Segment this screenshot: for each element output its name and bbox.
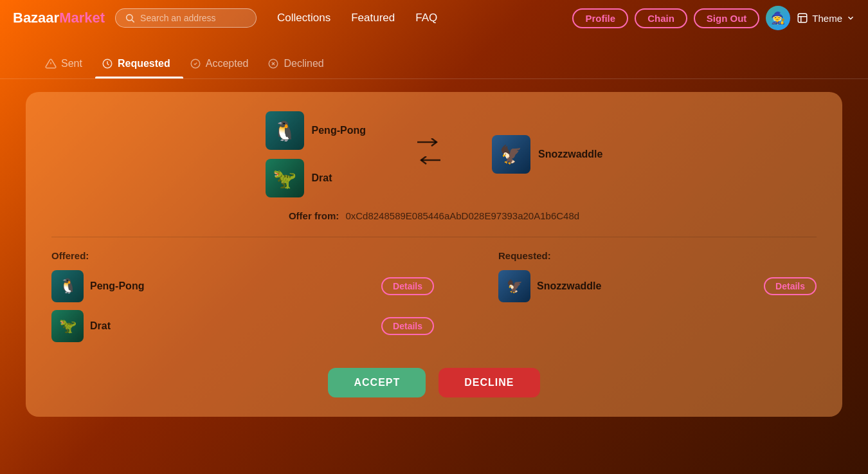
logo-bazaar: Bazaar bbox=[13, 10, 59, 26]
sign-out-button[interactable]: Sign Out bbox=[694, 8, 760, 28]
offered-peng-pong-name: Peng-Pong bbox=[90, 280, 144, 292]
arrow-left-icon bbox=[417, 156, 440, 170]
avatar[interactable]: 🧙 bbox=[766, 6, 790, 30]
requested-snozzwaddle-name: Snozzwaddle bbox=[537, 280, 601, 292]
offered-drat-name: Drat bbox=[90, 320, 111, 332]
profile-button[interactable]: Profile bbox=[572, 8, 628, 28]
search-input[interactable] bbox=[140, 13, 237, 23]
nft-thumb-snozzwaddle: 🦅 bbox=[492, 135, 530, 174]
nav-buttons: Profile Chain Sign Out 🧙 Theme bbox=[572, 6, 855, 30]
chevron-down-icon bbox=[846, 14, 855, 23]
nft-name-snozzwaddle: Snozzwaddle bbox=[538, 149, 602, 160]
requested-label: Requested: bbox=[434, 250, 817, 261]
chain-button[interactable]: Chain bbox=[635, 8, 687, 28]
logo: BazaarMarket bbox=[13, 10, 105, 26]
offer-address: 0xCd8248589E085446aAbD028E97393a20A1b6C4… bbox=[345, 210, 579, 221]
nav-faq[interactable]: FAQ bbox=[415, 12, 437, 24]
trade-bottom: Offered: 🐧 Peng-Pong Details 🦖 Drat Deta… bbox=[51, 250, 817, 350]
clock-circle-icon bbox=[102, 58, 113, 69]
swap-arrows bbox=[417, 138, 440, 170]
tabs-bar: Sent Requested Accepted Declined bbox=[0, 36, 868, 79]
tab-requested-label: Requested bbox=[118, 58, 170, 69]
tab-requested[interactable]: Requested bbox=[95, 51, 183, 78]
tab-sent-label: Sent bbox=[61, 58, 82, 69]
theme-icon bbox=[797, 12, 808, 24]
svg-point-0 bbox=[127, 15, 132, 21]
trade-top: 🐧 Peng-Pong 🦖 Drat bbox=[51, 111, 817, 197]
tab-accepted[interactable]: Accepted bbox=[183, 51, 262, 78]
nav-featured[interactable]: Featured bbox=[351, 12, 395, 24]
nft-thumb-drat: 🦖 bbox=[266, 159, 304, 197]
tab-accepted-label: Accepted bbox=[206, 58, 249, 69]
accept-button[interactable]: ACCEPT bbox=[328, 368, 426, 397]
svg-line-1 bbox=[132, 20, 134, 23]
logo-market: Market bbox=[59, 10, 105, 26]
trade-requested-side: Requested: 🦅 Snozzwaddle Details bbox=[434, 250, 817, 350]
details-button-drat[interactable]: Details bbox=[381, 317, 434, 335]
tab-sent[interactable]: Sent bbox=[39, 51, 95, 78]
action-buttons: ACCEPT DECLINE bbox=[51, 368, 817, 397]
svg-rect-2 bbox=[799, 14, 808, 23]
nft-thumb-sm-peng-pong: 🐧 bbox=[51, 270, 84, 302]
nft-thumb-sm-drat: 🦖 bbox=[51, 310, 84, 342]
nft-name-drat: Drat bbox=[312, 172, 332, 184]
nav-links: Collections Featured FAQ bbox=[277, 12, 437, 24]
trade-offered-side: Offered: 🐧 Peng-Pong Details 🦖 Drat Deta… bbox=[51, 250, 434, 350]
nav-collections[interactable]: Collections bbox=[277, 12, 330, 24]
requested-item-snozzwaddle: 🦅 Snozzwaddle Details bbox=[434, 270, 817, 302]
offer-from-label: Offer from: bbox=[289, 210, 339, 221]
arrow-right-icon bbox=[417, 138, 440, 152]
offered-item-drat: 🦖 Drat Details bbox=[51, 310, 434, 342]
nft-thumb-sm-snozzwaddle: 🦅 bbox=[498, 270, 530, 302]
offered-item-peng-pong: 🐧 Peng-Pong Details bbox=[51, 270, 434, 302]
trade-container: 🐧 Peng-Pong 🦖 Drat bbox=[26, 92, 842, 417]
decline-button[interactable]: DECLINE bbox=[439, 368, 539, 397]
trade-right-item: 🦅 Snozzwaddle bbox=[492, 135, 602, 174]
x-circle-icon bbox=[267, 58, 279, 69]
tab-declined-label: Declined bbox=[284, 58, 323, 69]
theme-label: Theme bbox=[812, 13, 842, 24]
navbar: BazaarMarket Collections Featured FAQ Pr… bbox=[0, 0, 868, 36]
details-button-peng-pong[interactable]: Details bbox=[381, 277, 434, 295]
divider bbox=[51, 237, 817, 237]
offered-label: Offered: bbox=[51, 250, 434, 261]
theme-button[interactable]: Theme bbox=[797, 12, 855, 24]
offer-from: Offer from: 0xCd8248589E085446aAbD028E97… bbox=[51, 210, 817, 221]
trade-item-peng-pong: 🐧 Peng-Pong bbox=[266, 111, 366, 150]
trade-left-items: 🐧 Peng-Pong 🦖 Drat bbox=[266, 111, 366, 197]
details-button-snozzwaddle[interactable]: Details bbox=[764, 277, 817, 295]
trade-item-drat: 🦖 Drat bbox=[266, 159, 366, 197]
check-circle-icon bbox=[190, 58, 201, 69]
search-icon bbox=[125, 13, 135, 23]
nft-name-peng-pong: Peng-Pong bbox=[312, 125, 366, 136]
search-bar bbox=[115, 8, 257, 28]
warning-triangle-icon bbox=[45, 58, 57, 69]
nft-thumb-peng-pong: 🐧 bbox=[266, 111, 304, 150]
tab-declined[interactable]: Declined bbox=[261, 51, 336, 78]
